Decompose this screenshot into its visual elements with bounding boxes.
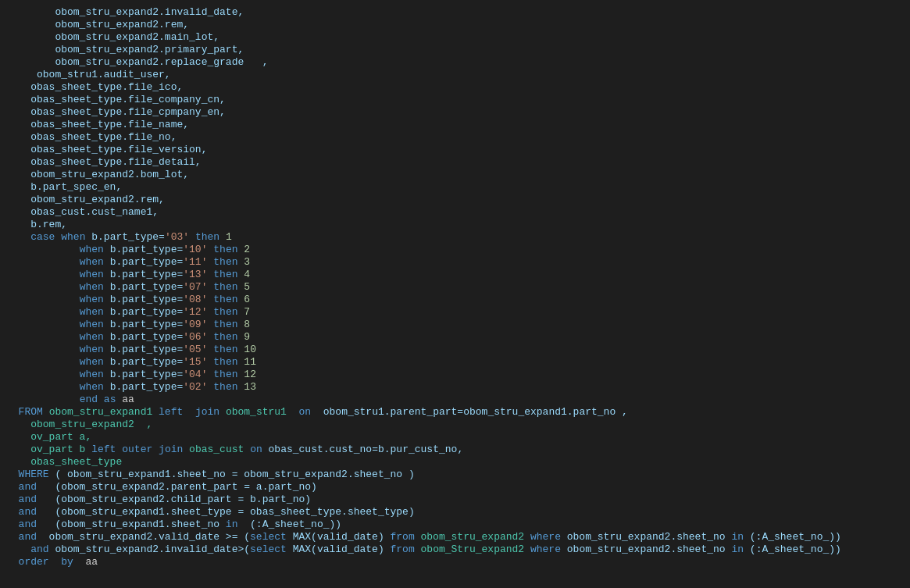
code-line: obom_stru_expand2.primary_part, bbox=[0, 44, 910, 56]
code-line: when b.part_type='08' then 6 bbox=[0, 294, 910, 306]
code-line: ov_part b left outer join obas_cust on o… bbox=[0, 444, 910, 456]
code-line: when b.part_type='11' then 3 bbox=[0, 256, 910, 269]
code-line: obom_stru_expand2.invalid_date, bbox=[0, 6, 910, 19]
code-line: obas_sheet_type.file_company_cn, bbox=[0, 94, 910, 106]
code-line: obas_cust.cust_name1, bbox=[0, 206, 910, 219]
code-line: obas_sheet_type.file_detail, bbox=[0, 156, 910, 169]
code-line: obas_sheet_type.file_name, bbox=[0, 119, 910, 131]
code-line: when b.part_type='05' then 10 bbox=[0, 344, 910, 356]
code-line: obas_sheet_type.file_version, bbox=[0, 144, 910, 156]
code-line: when b.part_type='13' then 4 bbox=[0, 269, 910, 281]
code-line: end as aa bbox=[0, 394, 910, 406]
code-line: and obom_stru_expand2.valid_date >= (sel… bbox=[0, 531, 910, 543]
code-line: b.part_spec_en, bbox=[0, 181, 910, 194]
code-line: obas_sheet_type.file_ico, bbox=[0, 81, 910, 94]
code-line: ov_part a, bbox=[0, 431, 910, 444]
code-line: b.rem, bbox=[0, 219, 910, 231]
code-line: when b.part_type='15' then 11 bbox=[0, 356, 910, 369]
code-line: obom_stru_expand2.rem, bbox=[0, 194, 910, 206]
code-line: when b.part_type='12' then 7 bbox=[0, 306, 910, 319]
code-line: and obom_stru_expand2.invalid_date>(sele… bbox=[0, 543, 910, 556]
code-line: and (obom_stru_expand1.sheet_type = obas… bbox=[0, 506, 910, 519]
code-editor: obom_stru_expand2.invalid_date, obom_str… bbox=[0, 0, 910, 588]
code-line: obom_stru_expand2 , bbox=[0, 419, 910, 431]
code-line: WHERE ( obom_stru_expand1.sheet_no = obo… bbox=[0, 469, 910, 481]
code-line: case when b.part_type='03' then 1 bbox=[0, 231, 910, 244]
code-line: when b.part_type='06' then 9 bbox=[0, 331, 910, 344]
code-line: obas_sheet_type.file_no, bbox=[0, 131, 910, 144]
code-line: and (obom_stru_expand1.sheet_no in (:A_s… bbox=[0, 519, 910, 531]
code-line: when b.part_type='04' then 12 bbox=[0, 369, 910, 381]
code-line: obom_stru_expand2.replace_grade , bbox=[0, 56, 910, 69]
code-line: obom_stru_expand2.main_lot, bbox=[0, 31, 910, 44]
code-line: obom_stru_expand2.bom_lot, bbox=[0, 169, 910, 181]
code-line: obas_sheet_type bbox=[0, 456, 910, 469]
code-line: when b.part_type='02' then 13 bbox=[0, 381, 910, 394]
code-line: obom_stru_expand2.rem, bbox=[0, 19, 910, 31]
code-line: obom_stru1.audit_user, bbox=[0, 69, 910, 81]
code-line: and (obom_stru_expand2.parent_part = a.p… bbox=[0, 481, 910, 494]
code-line: when b.part_type='09' then 8 bbox=[0, 319, 910, 331]
code-line: when b.part_type='10' then 2 bbox=[0, 244, 910, 256]
code-line: order by aa bbox=[0, 556, 910, 568]
code-line: FROM obom_stru_expand1 left join obom_st… bbox=[0, 406, 910, 419]
code-line: and (obom_stru_expand2.child_part = b.pa… bbox=[0, 494, 910, 506]
code-line: obas_sheet_type.file_cpmpany_en, bbox=[0, 106, 910, 119]
code-line: when b.part_type='07' then 5 bbox=[0, 281, 910, 294]
